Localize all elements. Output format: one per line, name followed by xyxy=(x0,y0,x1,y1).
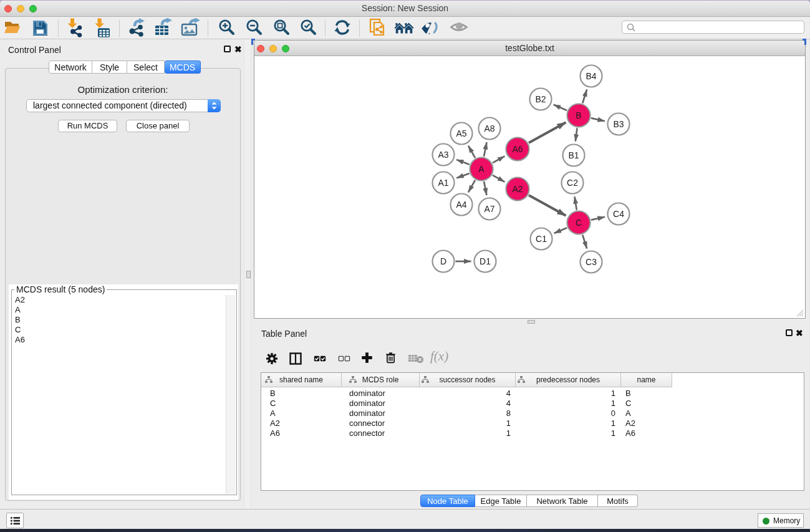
svg-text:B2: B2 xyxy=(535,94,546,104)
svg-text:D: D xyxy=(440,256,446,266)
svg-text:A7: A7 xyxy=(484,204,494,214)
svg-text:C: C xyxy=(576,218,582,228)
svg-text:C2: C2 xyxy=(567,178,578,188)
svg-text:D1: D1 xyxy=(480,256,491,266)
svg-text:A2: A2 xyxy=(512,184,523,194)
svg-text:B1: B1 xyxy=(568,150,579,160)
svg-text:B: B xyxy=(576,110,581,120)
svg-text:A4: A4 xyxy=(456,200,466,210)
svg-text:C4: C4 xyxy=(613,209,624,219)
svg-text:A5: A5 xyxy=(456,128,466,138)
svg-text:A3: A3 xyxy=(438,150,448,160)
svg-text:A: A xyxy=(478,164,485,174)
svg-text:B4: B4 xyxy=(586,71,596,81)
svg-text:C3: C3 xyxy=(586,257,597,267)
svg-text:A8: A8 xyxy=(484,123,494,133)
svg-text:B3: B3 xyxy=(613,119,624,129)
svg-text:A1: A1 xyxy=(438,178,448,188)
svg-text:C1: C1 xyxy=(536,234,547,244)
svg-text:A6: A6 xyxy=(512,144,523,154)
